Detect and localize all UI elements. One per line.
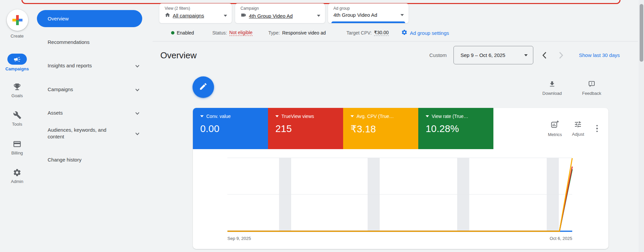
adjust-button[interactable]: Adjust — [572, 120, 584, 137]
chip-value: 4th Group Video Ad — [333, 12, 377, 18]
rail-item-campaigns[interactable]: Campaigns — [0, 54, 34, 71]
overview-chart: Sep 9, 2025 Oct 6, 2025 — [193, 149, 608, 249]
nav-item-change-history[interactable]: Change history — [37, 152, 148, 167]
scorecard-view-rate[interactable]: View rate (True… 10.28% — [418, 108, 493, 149]
chip-value: 4th Group Video Ad — [249, 13, 293, 19]
edit-chart-button[interactable] — [193, 76, 214, 98]
home-icon — [165, 12, 170, 19]
x-axis-end-label: Oct 6, 2025 — [550, 236, 572, 241]
nav-item-audiences-keywords-content[interactable]: Audiences, keywords, and content — [37, 124, 148, 143]
icon-rail: Create Campaigns Goals Tools Billing Adm… — [0, 0, 34, 252]
rail-label-tools: Tools — [0, 122, 34, 127]
feedback-button[interactable]: Feedback — [578, 80, 605, 96]
rail-label-campaigns: Campaigns — [0, 66, 34, 71]
enabled-status: Enabled — [171, 29, 194, 36]
tools-wrench-icon — [13, 111, 22, 120]
ad-type: Type: Responsive video ad — [268, 29, 326, 36]
scorecard-strip: Conv. value 0.00 TrueView views 215 Avg.… — [193, 108, 608, 149]
rail-item-tools[interactable]: Tools — [0, 111, 34, 127]
next-period-button[interactable] — [555, 49, 568, 62]
ad-group-chip[interactable]: Ad group 4th Group Video Ad — [328, 3, 409, 23]
nav-item-overview[interactable]: Overview — [37, 10, 142, 27]
previous-period-button[interactable] — [538, 49, 551, 62]
chip-label: View (2 filters) — [165, 6, 227, 11]
metric-caret-icon — [200, 115, 204, 117]
create-button[interactable] — [7, 9, 28, 31]
secondary-nav: Overview Recommendations Insights and re… — [35, 0, 152, 252]
date-range-value: Sep 9 – Oct 6, 2025 — [461, 52, 505, 58]
target-cpv-value[interactable]: ₹30.00 — [374, 30, 389, 36]
nav-item-assets[interactable]: Assets — [37, 106, 148, 120]
nav-item-recommendations[interactable]: Recommendations — [37, 35, 148, 50]
scorecard-avg-cpv[interactable]: Avg. CPV (True… ₹3.18 — [343, 108, 418, 149]
scorecard-trueview-views[interactable]: TrueView views 215 — [268, 108, 343, 149]
dropdown-caret-icon — [524, 54, 528, 56]
billing-card-icon — [13, 139, 22, 148]
chip-label: Campaign — [240, 6, 320, 11]
eligibility-status: Status: Not eligible — [212, 29, 253, 36]
chip-label: Ad group — [333, 6, 404, 11]
chevron-down-icon — [135, 87, 140, 92]
view-filter-chip[interactable]: View (2 filters) All campaigns — [159, 3, 232, 23]
settings-gear-icon — [401, 29, 408, 37]
metrics-button[interactable]: Metrics — [548, 120, 562, 137]
rail-item-goals[interactable]: Goals — [0, 82, 34, 98]
rail-label-billing: Billing — [0, 150, 34, 155]
videocam-icon — [240, 12, 247, 19]
x-axis-start-label: Sep 9, 2025 — [227, 236, 251, 241]
download-button[interactable]: Download — [539, 80, 566, 96]
dropdown-caret-icon — [224, 15, 227, 17]
campaigns-megaphone-icon — [13, 55, 22, 64]
overview-card: Conv. value 0.00 TrueView views 215 Avg.… — [193, 108, 608, 249]
scorecard-value: ₹3.18 — [351, 123, 418, 135]
admin-gear-icon — [13, 168, 22, 177]
ad-group-settings-link[interactable]: Ad group settings — [401, 29, 449, 36]
metric-caret-icon — [351, 115, 354, 117]
show-last-30-days-link[interactable]: Show last 30 days — [579, 52, 620, 58]
scorecard-value: 10.28% — [426, 123, 493, 134]
tune-sliders-icon — [574, 120, 582, 129]
chart-area: Sep 9, 2025 Oct 6, 2025 — [193, 149, 608, 249]
date-mode-label: Custom — [429, 52, 447, 58]
campaign-chip[interactable]: Campaign 4th Group Video Ad — [235, 3, 325, 23]
feedback-icon — [588, 80, 595, 89]
active-tab-indicator — [331, 21, 405, 23]
status-not-eligible[interactable]: Not eligible — [229, 30, 253, 36]
chip-value: All campaigns — [173, 13, 204, 18]
chevron-down-icon — [135, 110, 140, 116]
pencil-icon — [199, 82, 208, 92]
date-range-picker[interactable]: Sep 9 – Oct 6, 2025 — [453, 46, 533, 64]
nav-item-campaigns[interactable]: Campaigns — [37, 82, 148, 97]
scorecard-value: 0.00 — [200, 123, 268, 134]
nav-label-overview: Overview — [48, 16, 69, 21]
more-options-icon[interactable] — [594, 123, 600, 134]
metric-caret-icon — [426, 115, 429, 117]
dropdown-caret-icon — [317, 15, 320, 17]
google-plus-icon — [12, 15, 22, 25]
scorecard-conv-value[interactable]: Conv. value 0.00 — [193, 108, 268, 149]
dropdown-caret-icon — [400, 14, 404, 16]
rail-label-goals: Goals — [0, 93, 34, 98]
scrollbar[interactable] — [639, 0, 644, 252]
create-label: Create — [0, 34, 34, 39]
metric-caret-icon — [275, 115, 279, 117]
rail-item-billing[interactable]: Billing — [0, 139, 34, 155]
download-icon — [548, 80, 556, 89]
page-title: Overview — [160, 50, 197, 61]
metrics-icon — [550, 120, 559, 130]
scrollbar-thumb[interactable] — [640, 4, 643, 62]
enabled-dot-icon — [171, 31, 174, 35]
header-divider — [153, 41, 638, 42]
target-cpv: Target CPV: ₹30.00 — [346, 29, 389, 36]
rail-label-admin: Admin — [0, 179, 34, 184]
nav-item-insights-and-reports[interactable]: Insights and reports — [37, 58, 148, 73]
rail-item-admin[interactable]: Admin — [0, 168, 34, 184]
chevron-down-icon — [135, 63, 140, 69]
chevron-down-icon — [135, 131, 140, 136]
scorecard-value: 215 — [275, 123, 343, 134]
goals-trophy-icon — [13, 82, 22, 91]
